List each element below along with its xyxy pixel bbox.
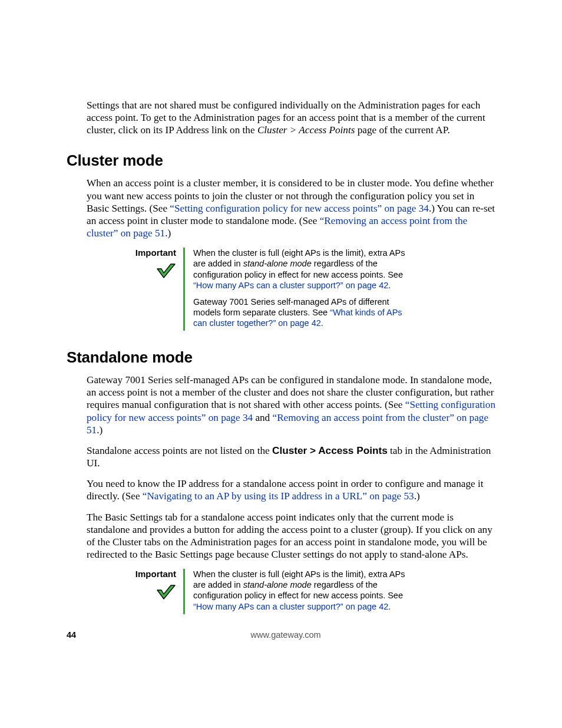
- italic-text: stand-alone mode: [243, 259, 312, 268]
- cluster-block: When an access point is a cluster member…: [67, 177, 495, 239]
- footer-url: www.gateway.com: [76, 630, 495, 640]
- heading-cluster-mode: Cluster mode: [67, 151, 495, 170]
- important-note-2: Important When the cluster is full (eigh…: [67, 569, 495, 614]
- checkmark-icon: [156, 262, 176, 281]
- standalone-block: Gateway 7001 Series self-managed APs can…: [67, 374, 495, 561]
- page: Settings that are not shared must be con…: [0, 0, 562, 728]
- note-label: Important: [113, 248, 176, 258]
- text: .: [321, 318, 323, 328]
- note-paragraph: When the cluster is full (eight APs is t…: [193, 569, 410, 612]
- text: .): [414, 490, 420, 502]
- standalone-paragraph-1: Gateway 7001 Series self-managed APs can…: [87, 374, 495, 436]
- note-paragraph: Gateway 7001 Series self-managed APs of …: [193, 297, 410, 328]
- text: page of the current AP.: [355, 124, 449, 136]
- checkmark-icon: [156, 584, 176, 602]
- intro-paragraph: Settings that are not shared must be con…: [87, 99, 495, 136]
- important-note-1: Important When the cluster is full (eigh…: [67, 248, 495, 331]
- text: and: [253, 412, 272, 423]
- note-label-column: Important: [113, 248, 183, 331]
- standalone-paragraph-2: Standalone access points are not listed …: [87, 444, 495, 469]
- text: Standalone access points are not listed …: [87, 445, 272, 456]
- page-number: 44: [67, 630, 76, 640]
- link-how-many-aps-2[interactable]: “How many APs can a cluster support?” on…: [193, 602, 388, 611]
- text: .: [388, 602, 391, 611]
- standalone-paragraph-4: The Basic Settings tab for a standalone …: [87, 511, 495, 561]
- note-label: Important: [113, 569, 176, 579]
- intro-block: Settings that are not shared must be con…: [67, 99, 495, 136]
- heading-standalone-mode: Standalone mode: [67, 348, 495, 367]
- link-setting-config-policy[interactable]: “Setting configuration policy for new ac…: [170, 203, 429, 214]
- text: .): [165, 228, 171, 239]
- note-body: When the cluster is full (eight APs is t…: [183, 248, 410, 331]
- note-body: When the cluster is full (eight APs is t…: [183, 569, 410, 614]
- note-paragraph: When the cluster is full (eight APs is t…: [193, 248, 410, 291]
- standalone-paragraph-3: You need to know the IP address for a st…: [87, 477, 495, 502]
- text: .): [97, 424, 103, 436]
- link-navigating-ap[interactable]: “Navigating to an AP by using its IP add…: [143, 490, 414, 502]
- page-footer: 44 www.gateway.com: [67, 630, 495, 640]
- link-how-many-aps[interactable]: “How many APs can a cluster support?” on…: [193, 281, 388, 290]
- note-label-column: Important: [113, 569, 183, 614]
- italic-text: stand-alone mode: [243, 580, 312, 589]
- bold-breadcrumb: Cluster > Access Points: [272, 444, 388, 456]
- cluster-paragraph: When an access point is a cluster member…: [87, 177, 495, 239]
- breadcrumb-italic: Cluster > Access Points: [257, 124, 355, 136]
- text: .: [388, 281, 391, 290]
